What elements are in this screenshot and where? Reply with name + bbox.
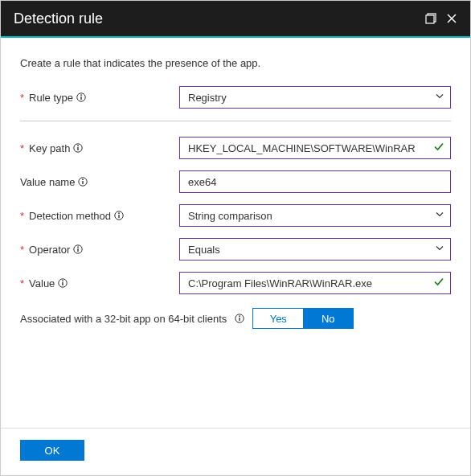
- svg-rect-17: [78, 248, 79, 252]
- info-icon[interactable]: [114, 211, 124, 220]
- info-icon[interactable]: [78, 177, 88, 187]
- required-marker: *: [20, 277, 24, 289]
- row-value: * Value: [20, 271, 451, 295]
- svg-point-18: [77, 246, 79, 248]
- info-icon[interactable]: [73, 244, 83, 254]
- row-detection-method: * Detection method: [20, 203, 451, 228]
- label-text: Value name: [20, 176, 75, 188]
- svg-rect-11: [83, 181, 84, 184]
- svg-rect-5: [80, 96, 81, 100]
- value-name-input[interactable]: [179, 170, 451, 193]
- svg-rect-20: [63, 282, 63, 285]
- svg-point-6: [80, 94, 82, 96]
- label-key-path: * Key path: [20, 142, 179, 154]
- info-icon[interactable]: [73, 143, 83, 153]
- info-icon[interactable]: [76, 92, 86, 102]
- assoc-32bit-toggle: Yes No: [252, 308, 354, 329]
- svg-point-12: [83, 178, 84, 180]
- restore-icon[interactable]: [425, 13, 436, 24]
- required-marker: *: [20, 142, 24, 154]
- rule-type-select[interactable]: [179, 86, 451, 109]
- info-icon[interactable]: [58, 278, 68, 288]
- svg-rect-14: [118, 215, 119, 218]
- value-input[interactable]: [179, 272, 451, 294]
- svg-point-15: [118, 212, 120, 214]
- label-text: Detection method: [29, 210, 111, 222]
- svg-point-21: [62, 280, 63, 281]
- label-value: * Value: [20, 277, 179, 289]
- header-controls: [425, 13, 457, 24]
- dialog-footer: OK: [1, 428, 470, 475]
- key-path-input[interactable]: [179, 137, 451, 159]
- svg-rect-1: [426, 15, 434, 23]
- required-marker: *: [20, 244, 24, 256]
- required-marker: *: [20, 210, 24, 222]
- dialog-body: Create a rule that indicates the presenc…: [1, 38, 470, 342]
- label-text: Operator: [29, 244, 70, 256]
- close-icon[interactable]: [446, 13, 457, 24]
- dialog-title: Detection rule: [14, 10, 103, 27]
- row-associated-32bit: Associated with a 32-bit app on 64-bit c…: [20, 308, 451, 329]
- required-marker: *: [20, 92, 24, 104]
- svg-rect-23: [240, 318, 240, 321]
- description-text: Create a rule that indicates the presenc…: [20, 57, 451, 69]
- label-detection-method: * Detection method: [20, 210, 179, 222]
- ok-button[interactable]: OK: [20, 440, 84, 461]
- label-text: Value: [29, 277, 55, 289]
- row-rule-type: * Rule type: [20, 85, 451, 109]
- row-key-path: * Key path: [20, 136, 451, 160]
- label-text: Key path: [29, 142, 70, 154]
- svg-point-9: [77, 145, 79, 146]
- label-text: Rule type: [29, 92, 73, 104]
- svg-point-24: [239, 315, 240, 317]
- dialog-header: Detection rule: [1, 1, 470, 38]
- assoc-label: Associated with a 32-bit app on 64-bit c…: [20, 313, 227, 325]
- detection-method-select[interactable]: [179, 204, 451, 227]
- divider: [20, 121, 451, 121]
- assoc-yes-button[interactable]: Yes: [253, 309, 303, 328]
- row-operator: * Operator: [20, 237, 451, 261]
- row-value-name: Value name: [20, 170, 451, 194]
- info-icon[interactable]: [235, 314, 244, 323]
- label-rule-type: * Rule type: [20, 92, 179, 104]
- svg-rect-8: [78, 147, 79, 150]
- label-value-name: Value name: [20, 176, 179, 188]
- label-operator: * Operator: [20, 244, 179, 256]
- assoc-no-button[interactable]: No: [303, 309, 353, 328]
- operator-select[interactable]: [179, 238, 451, 261]
